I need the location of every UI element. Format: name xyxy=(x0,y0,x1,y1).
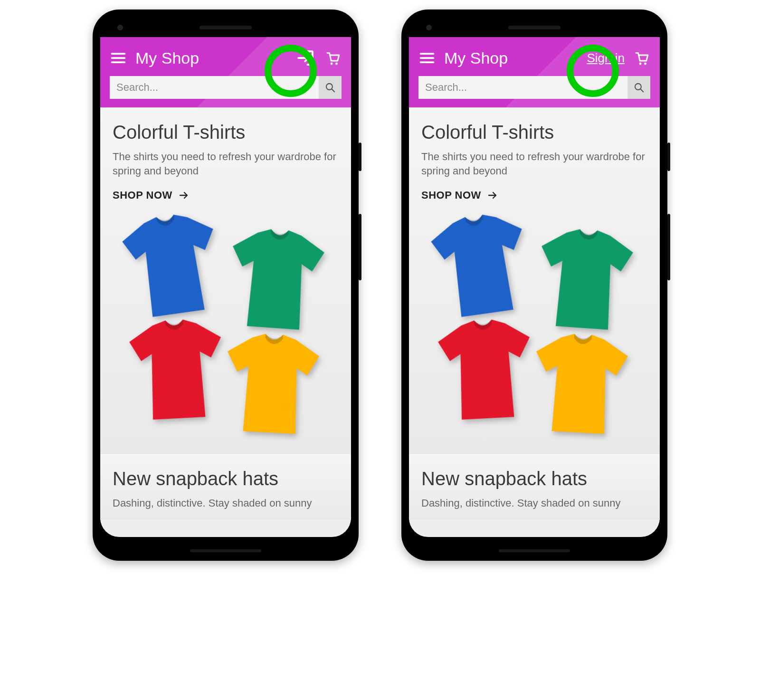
promo-subtitle-partial: Dashing, distinctive. Stay shaded on sun… xyxy=(113,496,339,510)
promo-title: Colorful T-shirts xyxy=(421,122,647,143)
promo-hats: New snapback hats Dashing, distinctive. … xyxy=(100,453,351,520)
promo-subtitle: The shirts you need to refresh your ward… xyxy=(113,150,339,178)
device-top-bezel xyxy=(100,18,351,37)
app-header: My Shop Sign in xyxy=(409,37,660,107)
shop-now-button[interactable]: SHOP NOW xyxy=(113,189,339,201)
shop-now-label: SHOP NOW xyxy=(421,189,481,201)
app-title: My Shop xyxy=(135,49,199,67)
device-top-bezel xyxy=(409,18,660,37)
search-input[interactable] xyxy=(418,76,627,99)
shop-now-label: SHOP NOW xyxy=(113,189,172,201)
app-header: My Shop xyxy=(100,37,351,107)
phone-mockup-right: My Shop Sign in Colorful T-shirts The sh… xyxy=(401,10,667,561)
phone-mockup-left: My Shop Colorful T-shirts The shirts you xyxy=(93,10,359,561)
cart-icon[interactable] xyxy=(633,49,650,67)
promo-title: New snapback hats xyxy=(113,468,339,489)
shop-now-button[interactable]: SHOP NOW xyxy=(421,189,647,201)
menu-icon[interactable] xyxy=(110,49,127,67)
promo-tshirts: Colorful T-shirts The shirts you need to… xyxy=(100,107,351,453)
app-screen: My Shop Sign in Colorful T-shirts The sh… xyxy=(409,37,660,537)
signin-link[interactable]: Sign in xyxy=(587,51,625,66)
app-screen: My Shop Colorful T-shirts The shirts you xyxy=(100,37,351,537)
arrow-right-icon xyxy=(178,190,190,201)
app-title: My Shop xyxy=(444,49,508,67)
promo-hats: New snapback hats Dashing, distinctive. … xyxy=(409,453,660,520)
search-input[interactable] xyxy=(110,76,319,99)
arrow-right-icon xyxy=(487,190,498,201)
search-button[interactable] xyxy=(319,76,342,99)
promo-title: Colorful T-shirts xyxy=(113,122,339,143)
tshirt-image xyxy=(113,206,339,444)
promo-tshirts: Colorful T-shirts The shirts you need to… xyxy=(409,107,660,453)
login-icon[interactable] xyxy=(296,48,316,68)
promo-title: New snapback hats xyxy=(421,468,647,489)
tshirt-image xyxy=(421,206,647,444)
promo-subtitle: The shirts you need to refresh your ward… xyxy=(421,150,647,178)
cart-icon[interactable] xyxy=(324,49,342,67)
promo-subtitle-partial: Dashing, distinctive. Stay shaded on sun… xyxy=(421,496,647,510)
search-button[interactable] xyxy=(627,76,650,99)
menu-icon[interactable] xyxy=(418,49,436,67)
